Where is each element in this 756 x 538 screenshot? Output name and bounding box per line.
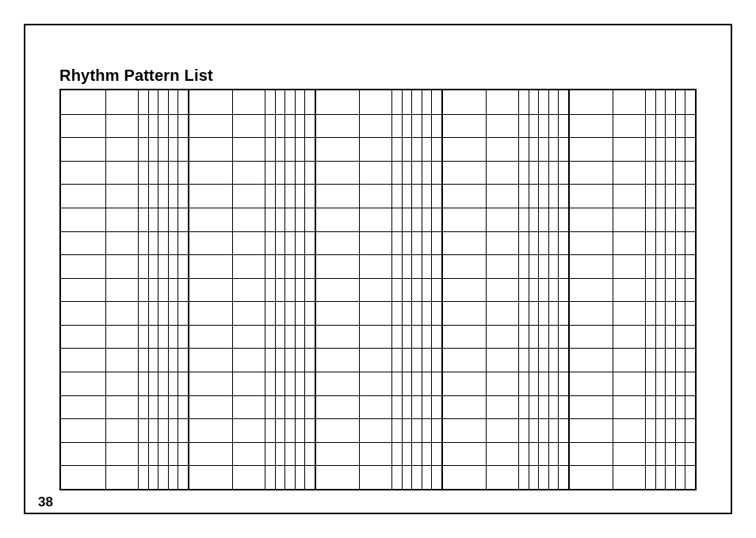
grid-col-line	[391, 90, 392, 489]
grid-col-line	[613, 90, 613, 489]
grid-col-line	[295, 90, 296, 489]
grid-col-line	[645, 90, 646, 489]
grid-col-line	[411, 90, 412, 489]
grid-row-line	[61, 137, 695, 138]
grid-col-line	[685, 90, 685, 489]
grid-row-line	[61, 348, 695, 349]
grid-col-line	[158, 90, 158, 489]
grid-col-line	[518, 90, 519, 489]
grid-col-line	[359, 90, 360, 489]
grid-row-line	[61, 161, 695, 162]
grid-row-line	[61, 418, 695, 419]
grid-row-line	[61, 442, 695, 443]
grid-col-line	[105, 90, 106, 489]
grid-row-line	[61, 208, 695, 208]
grid-col-line	[486, 90, 487, 489]
grid-row-line	[61, 465, 695, 466]
grid-col-line	[402, 90, 403, 489]
grid-col-line	[138, 90, 139, 489]
grid-group-separator	[188, 90, 189, 489]
grid-col-line	[284, 90, 285, 489]
grid-col-line	[275, 90, 276, 489]
page-number: 38	[38, 494, 53, 510]
grid-row-line	[61, 114, 695, 115]
grid-col-line	[422, 90, 422, 489]
grid-col-line	[431, 90, 432, 489]
grid-container	[59, 89, 697, 490]
grid-group-separator	[315, 90, 316, 489]
grid-col-line	[655, 90, 656, 489]
grid-col-line	[665, 90, 666, 489]
rhythm-pattern-grid	[59, 89, 697, 490]
grid-col-line	[538, 90, 539, 489]
grid-col-line	[548, 90, 549, 489]
grid-col-line	[148, 90, 149, 489]
document-page: Rhythm Pattern List 38	[0, 0, 756, 538]
grid-row-line	[61, 395, 695, 396]
grid-row-line	[61, 184, 695, 185]
grid-row-line	[61, 372, 695, 372]
grid-col-line	[675, 90, 676, 489]
grid-group-separator	[568, 90, 570, 489]
grid-col-line	[232, 90, 233, 489]
grid-col-line	[168, 90, 169, 489]
grid-row-line	[61, 325, 695, 326]
grid-row-line	[61, 278, 695, 279]
grid-col-line	[558, 90, 559, 489]
page-title: Rhythm Pattern List	[59, 67, 213, 85]
grid-col-line	[265, 90, 265, 489]
grid-col-line	[529, 90, 529, 489]
grid-row-line	[61, 254, 695, 255]
grid-row-line	[61, 231, 695, 232]
grid-row-line	[61, 301, 695, 302]
grid-group-separator	[441, 90, 443, 489]
grid-col-line	[304, 90, 305, 489]
grid-col-line	[178, 90, 178, 489]
